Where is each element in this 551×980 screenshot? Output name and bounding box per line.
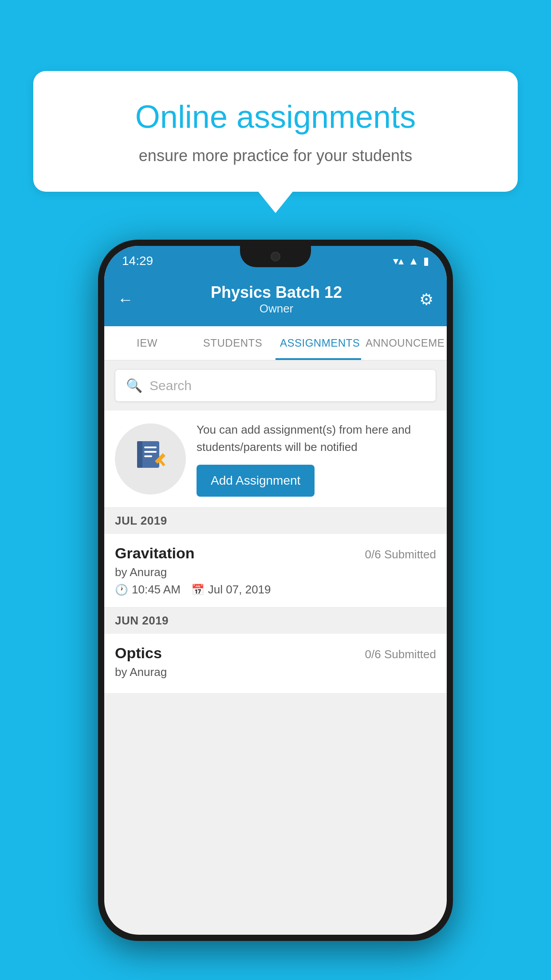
tab-iew[interactable]: IEW (104, 326, 190, 360)
assignment-title-2: Optics (115, 644, 162, 662)
svg-rect-4 (144, 455, 152, 457)
search-icon: 🔍 (126, 378, 142, 393)
promo-description: You can add assignment(s) from here and … (197, 421, 436, 456)
speech-bubble-container: Online assignments ensure more practice … (33, 71, 518, 192)
assignment-row-top-2: Optics 0/6 Submitted (115, 644, 436, 662)
assignment-row-top: Gravitation 0/6 Submitted (115, 545, 436, 562)
assignment-gravitation[interactable]: Gravitation 0/6 Submitted by Anurag 🕐 10… (104, 534, 447, 608)
svg-rect-3 (144, 451, 157, 453)
header-center: Physics Batch 12 Owner (211, 283, 342, 316)
add-assignment-button[interactable]: Add Assignment (197, 465, 315, 497)
tab-announcements[interactable]: ANNOUNCEME (361, 326, 447, 360)
assignment-date: 📅 Jul 07, 2019 (191, 583, 271, 597)
header-title: Physics Batch 12 (211, 283, 342, 302)
battery-icon: ▮ (423, 255, 429, 267)
promo-card: You can add assignment(s) from here and … (104, 411, 447, 508)
back-button[interactable]: ← (118, 290, 134, 309)
settings-button[interactable]: ⚙ (419, 290, 433, 309)
search-bar[interactable]: 🔍 Search (115, 369, 436, 402)
section-jul-2019: JUL 2019 (104, 508, 447, 534)
tabs-container: IEW STUDENTS ASSIGNMENTS ANNOUNCEME (104, 326, 447, 360)
phone-outer: 14:29 ▾▴ ▲ ▮ ← Physics Batch 12 Owner ⚙ … (98, 240, 453, 941)
app-header: ← Physics Batch 12 Owner ⚙ (104, 273, 447, 326)
status-time: 14:29 (122, 254, 153, 268)
camera-dot (271, 252, 280, 261)
promo-content: You can add assignment(s) from here and … (197, 421, 436, 497)
notebook-icon (133, 438, 168, 480)
assignment-title: Gravitation (115, 545, 194, 562)
tab-students[interactable]: STUDENTS (190, 326, 276, 360)
tab-assignments[interactable]: ASSIGNMENTS (276, 326, 361, 360)
header-subtitle: Owner (211, 302, 342, 316)
phone-container: 14:29 ▾▴ ▲ ▮ ← Physics Batch 12 Owner ⚙ … (98, 240, 453, 941)
status-icons: ▾▴ ▲ ▮ (393, 255, 429, 267)
signal-icon: ▲ (408, 255, 419, 267)
notch (240, 246, 311, 267)
assignment-time: 🕐 10:45 AM (115, 583, 181, 597)
svg-rect-2 (144, 447, 157, 448)
assignment-meta: 🕐 10:45 AM 📅 Jul 07, 2019 (115, 583, 436, 597)
assignment-icon-circle (115, 423, 186, 494)
phone-screen: 14:29 ▾▴ ▲ ▮ ← Physics Batch 12 Owner ⚙ … (104, 246, 447, 935)
clock-icon: 🕐 (115, 584, 128, 596)
section-jun-2019: JUN 2019 (104, 608, 447, 634)
speech-bubble-subtitle: ensure more practice for your students (64, 146, 487, 165)
speech-bubble-title: Online assignments (64, 98, 487, 136)
assignment-author-2: by Anurag (115, 665, 436, 679)
wifi-icon: ▾▴ (393, 255, 404, 267)
search-placeholder: Search (150, 378, 192, 393)
assignment-submitted-2: 0/6 Submitted (365, 648, 436, 661)
assignment-author: by Anurag (115, 565, 436, 579)
calendar-icon: 📅 (191, 584, 205, 596)
svg-rect-1 (137, 441, 142, 468)
speech-bubble: Online assignments ensure more practice … (33, 71, 518, 192)
assignment-optics[interactable]: Optics 0/6 Submitted by Anurag (104, 634, 447, 694)
assignment-submitted: 0/6 Submitted (365, 548, 436, 561)
